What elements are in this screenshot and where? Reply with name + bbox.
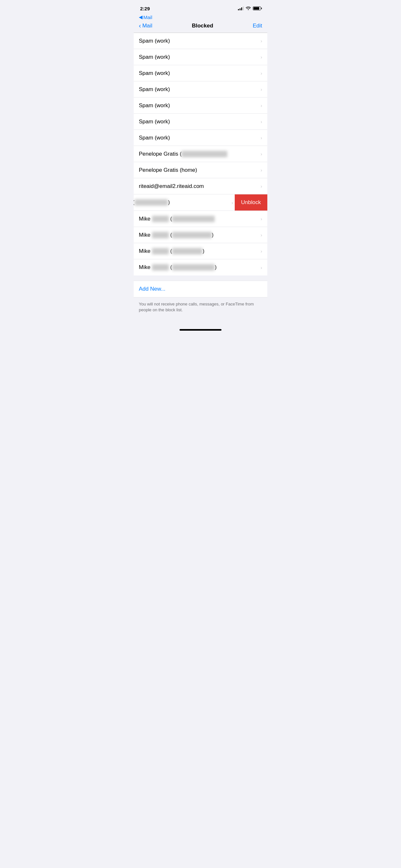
nav-edit-button[interactable]: Edit <box>253 23 262 29</box>
chevron-icon: › <box>260 119 262 124</box>
blurred-phone <box>135 199 168 206</box>
list-item[interactable]: Mike ( ) › <box>134 227 267 243</box>
list-item[interactable]: Penelope Gratis ( › <box>134 146 267 162</box>
blocked-list: Spam (work) › Spam (work) › Spam (work) … <box>134 33 267 275</box>
chevron-icon: › <box>260 265 262 270</box>
list-item-text: Mike ( <box>139 216 258 222</box>
nav-bar: ‹ Mail Blocked Edit <box>134 22 267 33</box>
chevron-icon: › <box>260 38 262 43</box>
back-mail-row: ◀ Mail <box>134 14 267 22</box>
list-item[interactable]: Spam (work) › <box>134 33 267 49</box>
list-item-text: Spam (work) <box>139 54 258 60</box>
blurred-surname <box>152 232 169 238</box>
list-item-swipeable[interactable]: ( ) › Unblock <box>134 194 267 211</box>
list-item[interactable]: Mike ( ) › <box>134 243 267 259</box>
list-item-text: Mike ( ) <box>139 232 258 238</box>
list-item[interactable]: Mike ( › <box>134 211 267 227</box>
home-bar <box>180 329 221 331</box>
blurred-info <box>172 264 215 271</box>
list-item-text: Spam (work) <box>139 102 258 109</box>
list-item[interactable]: Spam (work) › <box>134 130 267 146</box>
status-bar: 2:29 <box>134 0 267 14</box>
chevron-icon: › <box>260 183 262 189</box>
chevron-icon: › <box>260 54 262 60</box>
list-item[interactable]: Spam (work) › <box>134 65 267 82</box>
add-new-section: Add New... <box>134 281 267 298</box>
list-item-text: Mike ( ) <box>139 248 258 254</box>
blurred-info <box>172 216 215 222</box>
chevron-icon: › <box>232 200 233 206</box>
list-item[interactable]: Spam (work) › <box>134 82 267 97</box>
list-item[interactable]: Spam (work) › <box>134 49 267 65</box>
list-item-blurred-name: ( ) <box>134 199 229 206</box>
nav-back-label: Mail <box>143 23 152 29</box>
list-item-text: riteaid@email2.riteaid.com <box>139 183 258 190</box>
list-item-text: Penelope Gratis ( <box>139 151 258 157</box>
list-item-text: Mike ( ) <box>139 264 258 271</box>
chevron-icon: › <box>260 87 262 92</box>
home-indicator <box>134 327 267 333</box>
nav-back-button[interactable]: ‹ Mail <box>139 22 152 29</box>
list-item-text: Spam (work) <box>139 135 258 141</box>
list-item-text: Spam (work) <box>139 86 258 93</box>
list-item[interactable]: Mike ( ) › <box>134 259 267 275</box>
nav-back-chevron-icon: ‹ <box>139 22 141 29</box>
battery-icon <box>253 6 261 10</box>
blurred-email <box>181 151 227 157</box>
chevron-icon: › <box>260 248 262 254</box>
blurred-surname <box>152 248 169 254</box>
list-item[interactable]: riteaid@email2.riteaid.com › <box>134 178 267 194</box>
back-chevron-small: ◀ <box>139 14 143 20</box>
footer-note: You will not receive phone calls, messag… <box>134 298 267 317</box>
list-item[interactable]: Penelope Gratis (home) › <box>134 162 267 178</box>
list-item-shifted[interactable]: ( ) › <box>134 194 238 211</box>
chevron-icon: › <box>260 151 262 157</box>
list-item-text: Penelope Gratis (home) <box>139 167 258 174</box>
chevron-icon: › <box>260 103 262 108</box>
chevron-icon: › <box>260 216 262 221</box>
list-item-text: Spam (work) <box>139 38 258 44</box>
chevron-icon: › <box>260 135 262 141</box>
signal-bars-icon <box>238 6 244 10</box>
separator <box>134 275 267 281</box>
blurred-surname <box>152 216 169 222</box>
status-time: 2:29 <box>140 6 150 11</box>
chevron-icon: › <box>260 232 262 238</box>
add-new-button[interactable]: Add New... <box>134 281 267 297</box>
blurred-info <box>172 248 203 254</box>
chevron-icon: › <box>260 167 262 173</box>
blurred-info <box>172 232 212 238</box>
list-item[interactable]: Spam (work) › <box>134 97 267 114</box>
list-item-text: Spam (work) <box>139 70 258 76</box>
wifi-icon <box>246 6 251 11</box>
chevron-icon: › <box>260 70 262 76</box>
unblock-button[interactable]: Unblock <box>235 194 267 211</box>
back-mail-label: Mail <box>143 14 152 20</box>
nav-title: Blocked <box>192 23 213 29</box>
blurred-surname <box>152 264 169 271</box>
status-icons <box>238 6 261 11</box>
list-item-text: Spam (work) <box>139 119 258 125</box>
list-item[interactable]: Spam (work) › <box>134 114 267 130</box>
